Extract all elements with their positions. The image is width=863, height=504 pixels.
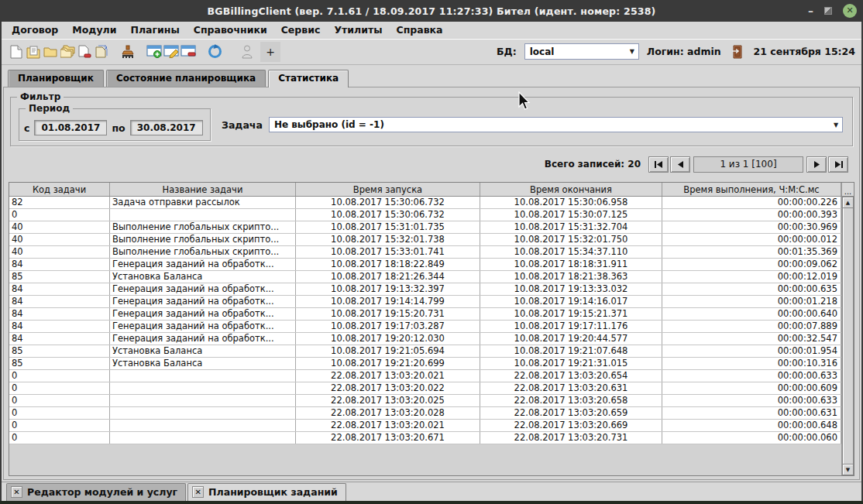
cell-task-name: Генерация заданий на обработк... <box>110 308 296 320</box>
document-delete-icon[interactable] <box>76 43 93 60</box>
task-label: Задача <box>222 119 263 131</box>
table-row[interactable]: 0 22.08.2017 13:03:20.021 22.08.2017 13:… <box>9 370 841 382</box>
column-settings-button[interactable]: ... <box>841 183 854 196</box>
table-row[interactable]: 0 22.08.2017 13:03:20.025 22.08.2017 13:… <box>9 395 841 407</box>
cell-end-time: 22.08.2017 13:03:20.731 <box>480 432 662 444</box>
cell-duration: 00:00:12.019 <box>662 271 841 283</box>
period-title: Период <box>26 103 73 114</box>
column-header-duration[interactable]: Время выполнения, Ч:М:С.мс <box>662 183 841 196</box>
cell-task-name <box>110 382 296 394</box>
vertical-scrollbar[interactable]: ▲ ▼ <box>841 197 854 475</box>
stamp-icon[interactable] <box>119 43 136 60</box>
filter-title: Фильтр <box>17 91 64 102</box>
window-delete-icon[interactable] <box>180 43 197 60</box>
column-header-task-code[interactable]: Код задачи <box>9 183 110 196</box>
close-tab-icon[interactable]: ✕ <box>192 486 204 498</box>
folders-icon[interactable] <box>59 43 76 60</box>
scroll-down-icon[interactable]: ▼ <box>842 464 854 475</box>
tab[interactable]: Статистика <box>268 70 349 87</box>
tab[interactable]: Планировщик <box>8 70 104 87</box>
table-row[interactable]: 84 Генерация заданий на обработк... 10.0… <box>9 296 841 308</box>
menu-item[interactable]: Договор <box>5 22 65 39</box>
cell-task-code: 82 <box>9 197 110 208</box>
cell-start-time: 10.08.2017 15:30:06.732 <box>296 197 480 208</box>
period-from-field[interactable]: 01.08.2017 <box>34 120 107 135</box>
refresh-icon[interactable] <box>206 43 223 60</box>
period-to-field[interactable]: 30.08.2017 <box>130 120 203 135</box>
table-row[interactable]: 85 Установка Баланса 10.08.2017 18:21:26… <box>9 271 841 283</box>
menu-item[interactable]: Модули <box>65 22 123 39</box>
menu-item[interactable]: Справка <box>389 22 449 39</box>
cell-task-code: 85 <box>9 345 110 357</box>
cell-task-code: 84 <box>9 259 110 270</box>
prev-page-button[interactable] <box>670 156 690 173</box>
cell-end-time: 22.08.2017 13:03:20.654 <box>480 370 662 382</box>
column-header-start-time[interactable]: Время запуска <box>296 183 480 196</box>
cell-duration: 00:00:07.889 <box>662 321 841 332</box>
open-document-icon[interactable] <box>25 43 42 60</box>
table-row[interactable]: 84 Генерация заданий на обработк... 10.0… <box>9 333 841 345</box>
scroll-up-icon[interactable]: ▲ <box>842 197 854 208</box>
close-button[interactable]: ✕ <box>843 4 857 18</box>
minimize-button[interactable]: – <box>808 5 813 17</box>
cell-duration: 00:00:00.226 <box>662 197 841 208</box>
cell-task-code: 40 <box>9 221 110 233</box>
document-tab[interactable]: ✕ Планировщик заданий <box>187 483 346 501</box>
table-row[interactable]: 40 Выполнение глобальных скрипто... 10.0… <box>9 246 841 259</box>
cell-task-code: 84 <box>9 321 110 332</box>
menu-item[interactable]: Сервис <box>274 22 328 39</box>
cell-end-time: 10.08.2017 15:31:32.704 <box>480 221 662 233</box>
table-row[interactable]: 85 Установка Баланса 10.08.2017 19:21:20… <box>9 358 841 370</box>
scrollbar-thumb[interactable] <box>842 208 854 464</box>
close-tab-icon[interactable]: ✕ <box>11 486 22 498</box>
page-indicator: 1 из 1 [100] <box>693 156 803 173</box>
menu-item[interactable]: Плагины <box>123 22 186 39</box>
table-row[interactable]: 0 22.08.2017 13:03:20.021 22.08.2017 13:… <box>9 420 841 432</box>
table-row[interactable]: 0 10.08.2017 15:30:06.732 10.08.2017 15:… <box>9 209 841 221</box>
title-bar[interactable]: BGBillingClient (вер. 7.1.61 / 18.09.201… <box>0 0 863 22</box>
tab[interactable]: Состояние планировщика <box>106 70 266 87</box>
table-row[interactable]: 0 22.08.2017 13:03:20.671 22.08.2017 13:… <box>9 432 841 444</box>
user-icon[interactable] <box>239 43 256 60</box>
cell-end-time: 22.08.2017 13:03:20.658 <box>480 395 662 406</box>
db-select[interactable]: local ▼ <box>524 43 639 60</box>
document-paste-icon[interactable] <box>93 43 110 60</box>
table-row[interactable]: 85 Установка Баланса 10.08.2017 19:21:05… <box>9 345 841 358</box>
last-page-button[interactable] <box>828 156 848 173</box>
column-header-end-time[interactable]: Время окончания <box>480 183 662 196</box>
cell-duration: 00:00:32.547 <box>662 333 841 345</box>
first-page-button[interactable] <box>648 156 669 173</box>
table-row[interactable]: 84 Генерация заданий на обработк... 10.0… <box>9 321 841 333</box>
cell-duration: 00:00:00.640 <box>662 308 841 320</box>
menu-item[interactable]: Утилиты <box>327 22 389 39</box>
toolbar-plus-button[interactable]: + <box>260 42 280 62</box>
table-row[interactable]: 40 Выполнение глобальных скрипто... 10.0… <box>9 221 841 234</box>
table-row[interactable]: 0 22.08.2017 13:03:20.022 22.08.2017 13:… <box>9 382 841 395</box>
cell-end-time: 22.08.2017 13:03:20.631 <box>480 382 662 394</box>
cell-duration: 00:00:00.609 <box>662 382 841 394</box>
table-row[interactable]: 84 Генерация заданий на обработк... 10.0… <box>9 283 841 296</box>
table-row[interactable]: 82 Задача отправки рассылок 10.08.2017 1… <box>9 197 841 209</box>
exit-door-icon[interactable] <box>729 43 746 60</box>
cell-task-name: Выполнение глобальных скрипто... <box>110 246 296 258</box>
new-document-icon[interactable] <box>8 43 25 60</box>
table-row[interactable]: 0 22.08.2017 13:03:20.028 22.08.2017 13:… <box>9 407 841 420</box>
next-page-button[interactable] <box>806 156 827 173</box>
cell-start-time: 10.08.2017 15:32:01.738 <box>296 234 480 245</box>
window-edit-icon[interactable] <box>163 43 180 60</box>
cell-start-time: 10.08.2017 18:21:26.344 <box>296 271 480 283</box>
cell-task-name: Генерация заданий на обработк... <box>110 296 296 307</box>
window-add-icon[interactable] <box>146 43 163 60</box>
document-tab-label: Редактор модулей и услуг <box>27 486 177 498</box>
document-tab[interactable]: ✕ Редактор модулей и услуг <box>6 483 186 501</box>
cell-task-code: 0 <box>9 420 110 431</box>
table-row[interactable]: 40 Выполнение глобальных скрипто... 10.0… <box>9 234 841 246</box>
menu-item[interactable]: Справочники <box>187 22 274 39</box>
table-row[interactable]: 84 Генерация заданий на обработк... 10.0… <box>9 308 841 321</box>
table-row[interactable]: 84 Генерация заданий на обработк... 10.0… <box>9 259 841 271</box>
column-header-task-name[interactable]: Название задачи <box>110 183 296 196</box>
maximize-button[interactable] <box>824 7 832 15</box>
cell-task-code: 0 <box>9 370 110 382</box>
folder-icon[interactable] <box>42 43 59 60</box>
task-select[interactable]: Не выбрано (id = -1) ▼ <box>269 117 843 132</box>
